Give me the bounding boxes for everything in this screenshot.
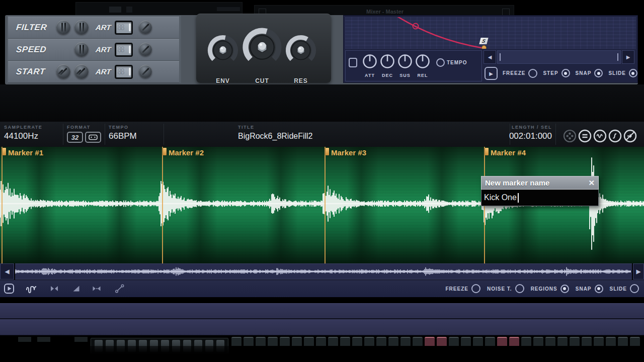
env-knob[interactable] (207, 34, 239, 66)
env-scroll-right-button[interactable]: ▶ (622, 50, 634, 64)
title-value[interactable]: BigRock6_8RideFill2 (238, 132, 313, 141)
rel-knob[interactable] (414, 53, 432, 70)
format-type-badge[interactable] (85, 132, 101, 143)
filter-knob-panel: ENV CUT RES (196, 14, 331, 83)
knob[interactable] (56, 20, 70, 34)
step-button (244, 337, 254, 346)
screw-knob[interactable] (139, 65, 152, 78)
marker-name-input[interactable]: Kick One (481, 190, 599, 206)
overview-scroll-right-button[interactable]: ▶ (633, 263, 644, 280)
wave-icon (593, 129, 607, 143)
option-radio[interactable] (561, 69, 570, 77)
format-bits-badge[interactable]: 32 (67, 132, 83, 143)
step-button (376, 337, 386, 346)
background-icon (109, 7, 121, 13)
tempo-radio[interactable] (436, 58, 445, 67)
dec-knob[interactable] (378, 53, 396, 70)
step-button (268, 337, 278, 346)
env-scrollbar-track[interactable] (497, 50, 621, 64)
option-radio[interactable] (528, 69, 537, 78)
option-label: SLIDE (608, 70, 625, 76)
close-icon[interactable]: ✕ (588, 178, 595, 188)
knob[interactable] (74, 20, 89, 34)
sample-row-speed: SPEEDART (8, 39, 179, 61)
prev-marker-icon[interactable] (48, 283, 60, 295)
scroll-tick (617, 53, 618, 61)
samplerate-label: SAMPLERATE (4, 125, 42, 130)
wave-button[interactable] (593, 129, 607, 143)
tempo-label: TEMPO (447, 60, 467, 65)
screw-knob[interactable] (56, 64, 70, 78)
option-radio[interactable] (515, 284, 524, 293)
marker-label[interactable]: Marker #3 (331, 148, 366, 157)
smooth-button[interactable] (608, 129, 622, 143)
step-button (630, 337, 640, 346)
next-marker-icon[interactable] (91, 283, 103, 295)
screw-knob[interactable] (139, 21, 152, 34)
overview-scroll-left-button[interactable]: ◀ (0, 263, 14, 280)
length-value: 002:01:000 (502, 131, 552, 141)
waveform-editor[interactable]: Marker #1Marker #2Marker #3Marker #4 New… (0, 147, 644, 263)
art-label: ART (95, 23, 111, 32)
option-freeze: FREEZE (445, 284, 480, 293)
res-knob[interactable] (285, 34, 317, 66)
option-snap: SNAP (576, 69, 603, 77)
marker-flag[interactable] (3, 148, 6, 155)
equalize-button[interactable] (578, 129, 592, 143)
marker-line (2, 147, 3, 263)
tempo-label: TEMPO (109, 125, 129, 130)
step-button (461, 337, 471, 346)
step-button (545, 337, 555, 346)
samplerate-value: 44100Hz (4, 131, 38, 141)
marker-name-value: Kick One (484, 193, 517, 202)
env-play-button[interactable]: ▶ (485, 67, 498, 80)
option-radio[interactable] (629, 69, 637, 77)
step-button (340, 337, 350, 346)
option-radio[interactable] (595, 285, 603, 293)
articulation-lcd[interactable] (115, 21, 133, 35)
marker-label[interactable]: Marker #4 (491, 148, 526, 157)
marker-flag[interactable] (163, 148, 167, 155)
tempo-value[interactable]: 66BPM (109, 131, 137, 141)
step-button (570, 337, 580, 346)
marker-flag[interactable] (326, 148, 329, 155)
mute-send-icon (623, 129, 637, 143)
marker-label[interactable]: Marker #2 (169, 148, 204, 157)
playlist-track (0, 303, 644, 319)
scroll-wave-icon[interactable] (25, 283, 37, 295)
env-scroll-left-button[interactable]: ◀ (484, 50, 496, 64)
screw-knob[interactable] (139, 43, 152, 56)
step-button (388, 337, 398, 346)
articulation-lcd[interactable] (115, 43, 133, 57)
marker-line (162, 147, 163, 263)
dialog-titlebar[interactable]: New marker name ✕ (481, 176, 599, 190)
marker-label[interactable]: Marker #1 (8, 148, 43, 157)
option-radio[interactable] (594, 69, 603, 77)
option-radio[interactable] (471, 284, 480, 293)
reel-button[interactable] (563, 129, 577, 143)
step-button (509, 337, 519, 346)
step-button (594, 337, 604, 346)
autoscroll-icon[interactable] (70, 283, 83, 295)
knob[interactable] (74, 42, 89, 56)
option-radio[interactable] (630, 284, 639, 293)
envelope-enable-checkbox[interactable] (349, 58, 357, 67)
mute-send-button[interactable] (623, 129, 637, 143)
screw-knob[interactable] (74, 64, 89, 78)
overview-waveform[interactable] (15, 263, 632, 280)
step-button (425, 337, 435, 346)
att-knob[interactable] (361, 53, 379, 70)
articulation-lcd[interactable] (115, 65, 133, 79)
info-bar: SAMPLERATE 44100Hz FORMAT 32 TEMPO 66BPM… (0, 122, 644, 147)
slope-icon[interactable] (114, 283, 126, 295)
sus-knob[interactable] (396, 53, 414, 70)
envelope-display[interactable]: S (345, 17, 636, 49)
marker-flag[interactable] (485, 148, 489, 155)
option-regions: REGIONS (531, 285, 569, 293)
playlist-track (0, 319, 644, 335)
bottom-toolbar: FREEZENOISE T.REGIONSSNAPSLIDE (0, 280, 644, 297)
play-button[interactable] (3, 283, 15, 295)
option-label: FREEZE (503, 70, 525, 76)
option-radio[interactable] (560, 285, 569, 293)
cut-knob[interactable] (242, 27, 283, 68)
